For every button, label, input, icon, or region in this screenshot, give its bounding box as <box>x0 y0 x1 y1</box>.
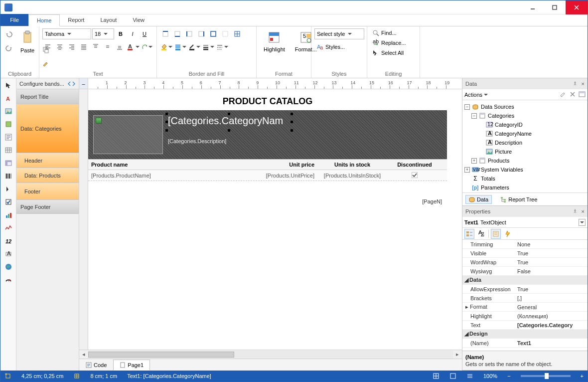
band-data-categories[interactable]: Data: Categories <box>16 104 79 153</box>
cell-discontinued[interactable] <box>387 172 442 179</box>
edit-icon[interactable] <box>560 91 567 99</box>
tab-home[interactable]: Home <box>28 14 60 26</box>
horizontal-scrollbar[interactable]: ◂ ▸ <box>79 350 462 359</box>
col-discontinued[interactable]: Discontinued <box>387 162 442 168</box>
expand-icon[interactable]: + <box>471 158 477 164</box>
actions-dropdown[interactable]: Actions <box>464 92 488 98</box>
collapse-icon[interactable] <box>68 81 76 86</box>
find-button[interactable]: Find... <box>370 28 399 37</box>
band-data-products[interactable]: Data: Products <box>16 168 79 183</box>
border-all-button[interactable] <box>208 28 219 39</box>
categorized-icon[interactable] <box>464 229 474 239</box>
undo-button[interactable] <box>3 28 14 39</box>
pin-icon[interactable] <box>573 208 579 214</box>
page-footer-section[interactable]: [PageN] <box>88 195 447 208</box>
close-button[interactable] <box>566 0 588 14</box>
border-config-button[interactable] <box>232 28 243 39</box>
bold-button[interactable]: B <box>115 28 126 39</box>
scroll-right-icon[interactable]: ▸ <box>453 351 462 359</box>
ruler-icon[interactable] <box>466 373 473 380</box>
band-header[interactable]: Header <box>16 153 79 168</box>
text-tool-icon[interactable]: A <box>3 93 13 103</box>
barcode-tool-icon[interactable] <box>3 171 13 181</box>
col-product-name[interactable]: Product name <box>88 162 258 168</box>
border-right-button[interactable] <box>196 28 207 39</box>
cell-product-name[interactable]: [Products.ProductName] <box>88 173 258 179</box>
horizontal-ruler[interactable]: 12345678910111213141516171819 <box>88 78 462 89</box>
valign-middle-button[interactable] <box>102 41 113 52</box>
band-report-title[interactable]: Report Title <box>16 89 79 104</box>
expand-icon[interactable]: + <box>464 167 470 173</box>
fill-color-button[interactable] <box>160 41 173 52</box>
canvas[interactable]: PRODUCT CATALOG [Categories.CategoryNam … <box>88 89 462 350</box>
minimize-button[interactable] <box>522 0 544 14</box>
tab-view[interactable]: View <box>125 14 152 26</box>
expand-icon[interactable]: − <box>464 104 470 110</box>
zoom-slider[interactable] <box>521 375 571 377</box>
footer-section[interactable] <box>88 181 447 195</box>
panel-close-icon[interactable]: × <box>582 208 585 214</box>
tab-layout[interactable]: Layout <box>92 14 125 26</box>
map-tool-icon[interactable] <box>3 262 13 272</box>
line-color-button[interactable] <box>188 41 201 52</box>
styles-button[interactable]: Aa Styles... <box>314 42 347 51</box>
configure-bands-button[interactable]: Configure bands... <box>16 78 79 89</box>
font-size-dropdown[interactable]: 18 <box>92 28 114 39</box>
replace-button[interactable]: abReplace... <box>370 38 408 47</box>
category-picture-box[interactable] <box>93 115 163 154</box>
tab-report[interactable]: Report <box>60 14 92 26</box>
gauge-tool-icon[interactable] <box>3 275 13 285</box>
cell-unit-price[interactable]: [Products.UnitPrice] <box>258 173 317 179</box>
snap-icon[interactable] <box>449 373 456 380</box>
switch-data-button[interactable]: Data <box>465 195 492 204</box>
matrix-tool-icon[interactable] <box>3 158 13 168</box>
align-justify-button[interactable] <box>78 41 89 52</box>
fill-style-button[interactable] <box>174 41 187 52</box>
checkbox-tool-icon[interactable] <box>3 197 13 207</box>
pointer-tool-icon[interactable] <box>3 80 13 90</box>
events-icon[interactable] <box>503 229 513 239</box>
align-center-button[interactable] <box>54 41 65 52</box>
vertical-ruler[interactable] <box>79 89 88 350</box>
picture-tool-icon[interactable] <box>3 106 13 116</box>
property-object-selector[interactable]: Text1 TextObject <box>462 217 588 228</box>
product-data-row[interactable]: [Products.ProductName] [Products.UnitPri… <box>88 170 447 181</box>
border-left-button[interactable] <box>184 28 195 39</box>
paste-button[interactable]: Paste <box>16 28 38 55</box>
panel-close-icon[interactable]: × <box>582 81 585 87</box>
file-tab[interactable]: File <box>0 14 28 26</box>
chart-tool-icon[interactable] <box>3 210 13 220</box>
delete-icon[interactable] <box>570 91 576 98</box>
property-grid[interactable]: TrimmingNone VisibleTrue WordWrapTrue Wy… <box>462 240 588 351</box>
select-style-dropdown[interactable]: Select style <box>314 28 364 39</box>
report-title-text[interactable]: PRODUCT CATALOG <box>223 96 312 107</box>
chevron-down-icon[interactable] <box>579 219 586 226</box>
table-tool-icon[interactable] <box>3 145 13 155</box>
line-style-button[interactable] <box>216 41 229 52</box>
switch-report-tree-button[interactable]: Report Tree <box>497 195 541 204</box>
zoom-out-button[interactable]: − <box>507 373 510 379</box>
select-all-button[interactable]: Select All <box>370 48 406 57</box>
italic-button[interactable]: I <box>127 28 138 39</box>
category-description-text[interactable]: [Categories.Description] <box>168 138 226 144</box>
border-bottom-button[interactable] <box>172 28 183 39</box>
align-left-button[interactable] <box>42 41 53 52</box>
column-header-row[interactable]: Product name Unit price Units in stock D… <box>88 159 447 170</box>
align-right-button[interactable] <box>66 41 77 52</box>
category-name-text[interactable]: [Categories.CategoryNam <box>168 115 283 127</box>
maximize-button[interactable] <box>544 0 566 14</box>
pin-icon[interactable] <box>573 81 579 87</box>
zipcode-tool-icon[interactable]: A <box>3 249 13 259</box>
category-data-section[interactable]: [Categories.CategoryNam [Categories.Desc… <box>88 110 447 159</box>
expand-icon[interactable]: − <box>471 113 477 119</box>
sparkline-tool-icon[interactable] <box>3 223 13 233</box>
tab-page1[interactable]: Page1 <box>113 360 150 371</box>
font-family-dropdown[interactable]: Tahoma <box>42 28 91 39</box>
col-unit-price[interactable]: Unit price <box>258 162 317 168</box>
subreport-tool-icon[interactable] <box>3 184 13 194</box>
col-units-in-stock[interactable]: Units in stock <box>317 162 387 168</box>
data-tree[interactable]: −Data Sources −Categories 12CategoryID A… <box>462 100 588 192</box>
celltext-tool-icon[interactable]: 12 <box>3 236 13 246</box>
border-none-button[interactable] <box>220 28 231 39</box>
underline-button[interactable]: U <box>139 28 150 39</box>
